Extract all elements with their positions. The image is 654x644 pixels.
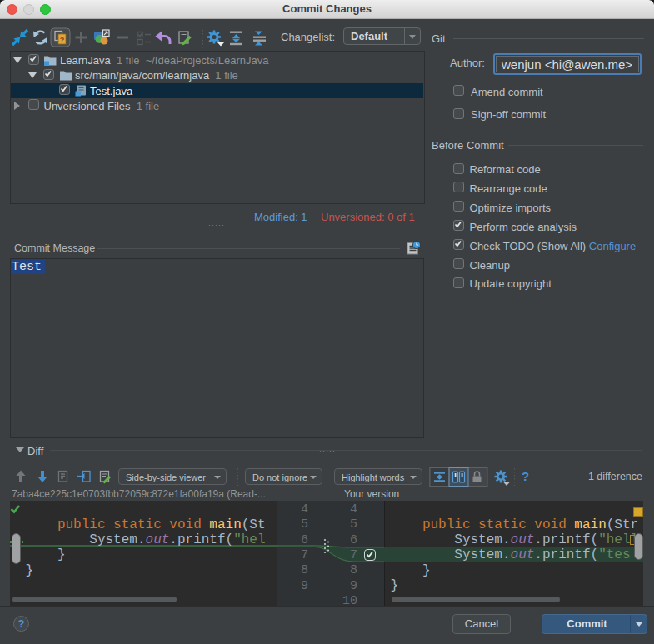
svg-text:?: ?: [60, 36, 65, 44]
svg-text:?: ?: [522, 469, 529, 483]
